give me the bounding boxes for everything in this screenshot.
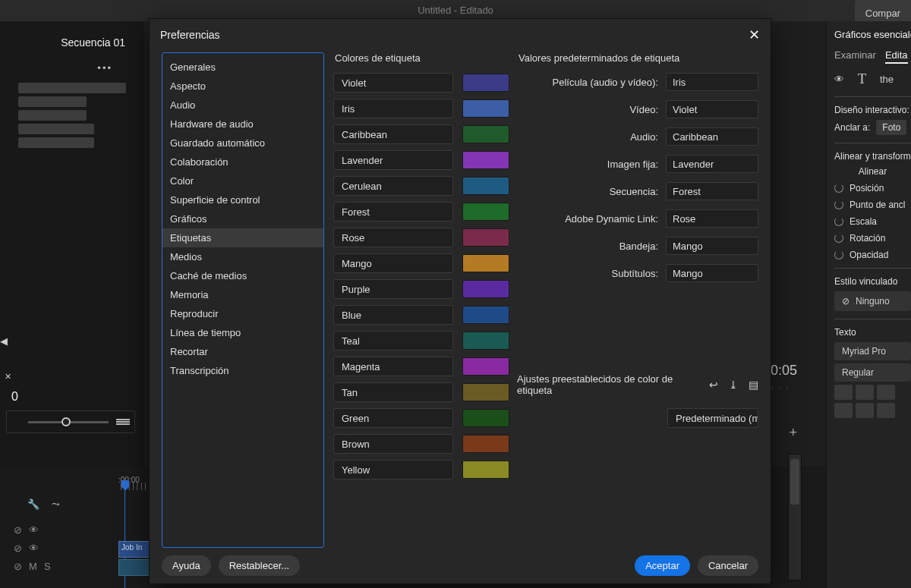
reset-icon[interactable] xyxy=(834,234,843,243)
category-item[interactable]: Gráficos xyxy=(162,209,323,228)
text-tool-icon[interactable]: T xyxy=(858,71,866,87)
eye-icon[interactable]: 👁 xyxy=(29,542,44,554)
category-item[interactable]: Medios xyxy=(162,247,323,266)
color-swatch[interactable] xyxy=(462,228,509,247)
style-select[interactable]: ⊘Ninguno xyxy=(834,291,911,311)
category-item[interactable]: Etiquetas xyxy=(162,228,323,247)
category-item[interactable]: Reproducir xyxy=(162,304,323,323)
color-swatch[interactable] xyxy=(462,461,509,479)
category-item[interactable]: Aspecto xyxy=(162,77,323,96)
eye-icon[interactable]: 👁 xyxy=(29,524,44,536)
anchor-to-select[interactable]: Foto xyxy=(876,120,906,135)
color-name-input[interactable]: Green xyxy=(333,408,453,428)
prop-rotation[interactable]: Rotación xyxy=(850,233,885,244)
close-icon[interactable]: ✕ xyxy=(749,27,760,43)
default-value-select[interactable]: Violet xyxy=(666,100,758,118)
category-item[interactable]: Audio xyxy=(162,96,323,115)
track-toggle-icon[interactable]: ⊘ xyxy=(14,542,29,554)
color-name-input[interactable]: Purple xyxy=(333,279,453,299)
prop-opacity[interactable]: Opacidad xyxy=(850,250,888,260)
undo-icon[interactable]: ↩ xyxy=(709,379,718,391)
reset-icon[interactable] xyxy=(834,200,843,209)
help-button[interactable]: Ayuda xyxy=(162,555,211,576)
default-value-select[interactable]: Rose xyxy=(666,209,758,228)
color-name-input[interactable]: Teal xyxy=(333,331,453,351)
color-name-input[interactable]: Magenta xyxy=(333,357,453,376)
color-name-input[interactable]: Forest xyxy=(333,202,453,222)
color-swatch[interactable] xyxy=(462,332,509,350)
color-name-input[interactable]: Brown xyxy=(333,434,453,454)
track-toggle-icon[interactable]: ⊘ xyxy=(14,524,29,536)
default-value-select[interactable]: Lavender xyxy=(666,155,758,173)
cancel-button[interactable]: Cancelar xyxy=(698,555,758,576)
color-name-input[interactable]: Mango xyxy=(333,253,453,273)
layer-name[interactable]: the xyxy=(880,74,894,85)
reset-icon[interactable] xyxy=(834,217,843,226)
mute-icon[interactable]: M xyxy=(29,561,44,572)
text-align-buttons[interactable] xyxy=(834,385,911,400)
reset-icon[interactable] xyxy=(834,250,843,259)
reset-button[interactable]: Restablecer... xyxy=(219,555,301,576)
leading-icon[interactable] xyxy=(877,403,895,418)
color-swatch[interactable] xyxy=(462,306,509,324)
font-weight-select[interactable]: Regular xyxy=(834,363,911,382)
close-tab-icon[interactable]: ✕ xyxy=(5,372,11,382)
category-item[interactable]: Transcripción xyxy=(162,361,323,380)
audio-clip[interactable] xyxy=(118,559,150,576)
align-center-icon[interactable] xyxy=(856,385,874,400)
tab-edit[interactable]: Edita xyxy=(885,49,908,64)
zoom-slider[interactable] xyxy=(6,410,135,433)
category-item[interactable]: Caché de medios xyxy=(162,266,323,285)
color-name-input[interactable]: Iris xyxy=(333,99,453,118)
tracking-icon[interactable] xyxy=(856,403,874,418)
save-preset-icon[interactable]: ▤ xyxy=(749,379,758,391)
sequence-title[interactable]: Secuencia 01 xyxy=(0,21,144,56)
preferences-category-list[interactable]: GeneralesAspectoAudioHardware de audioGu… xyxy=(162,52,324,548)
color-name-input[interactable]: Cerulean xyxy=(333,176,453,196)
solo-icon[interactable]: S xyxy=(44,561,59,572)
color-swatch[interactable] xyxy=(462,254,509,272)
category-item[interactable]: Guardado automático xyxy=(162,134,323,153)
font-select[interactable]: Myriad Pro xyxy=(834,342,911,360)
color-name-input[interactable]: Violet xyxy=(333,73,453,93)
color-swatch[interactable] xyxy=(462,435,509,453)
kerning-icon[interactable] xyxy=(834,403,853,418)
color-name-input[interactable]: Lavender xyxy=(333,150,453,170)
color-name-input[interactable]: Caribbean xyxy=(333,124,453,144)
color-swatch[interactable] xyxy=(462,203,509,221)
color-swatch[interactable] xyxy=(462,177,509,195)
default-value-select[interactable]: Iris xyxy=(666,73,758,91)
tab-browse[interactable]: Examinar xyxy=(834,49,876,64)
color-swatch[interactable] xyxy=(462,74,509,92)
color-swatch[interactable] xyxy=(462,99,509,118)
track-toggle-icon[interactable]: ⊘ xyxy=(14,561,29,572)
align-right-icon[interactable] xyxy=(877,385,895,400)
prop-anchor[interactable]: Punto de ancl xyxy=(850,200,905,210)
default-value-select[interactable]: Caribbean xyxy=(666,127,758,146)
color-swatch[interactable] xyxy=(462,151,509,169)
color-swatch[interactable] xyxy=(462,383,509,401)
settings-icon[interactable] xyxy=(116,419,130,425)
timeline-scrollbar[interactable] xyxy=(788,454,802,580)
add-track-icon[interactable]: + xyxy=(789,425,797,441)
timeline-tool-icons[interactable]: 🔧 ⤳ xyxy=(27,498,65,510)
category-item[interactable]: Recortar xyxy=(162,342,323,361)
category-item[interactable]: Color xyxy=(162,171,323,190)
color-swatch[interactable] xyxy=(462,409,509,427)
category-item[interactable]: Generales xyxy=(162,58,323,77)
color-swatch[interactable] xyxy=(462,357,509,376)
color-name-input[interactable]: Rose xyxy=(333,228,453,247)
video-clip[interactable]: Job In xyxy=(118,541,150,558)
color-name-input[interactable]: Blue xyxy=(333,305,453,325)
text-options-row[interactable] xyxy=(834,403,911,418)
collapse-left-icon[interactable]: ◀ xyxy=(0,335,8,347)
category-item[interactable]: Colaboración xyxy=(162,153,323,171)
eye-icon[interactable]: 👁 xyxy=(834,74,844,85)
panel-menu-icon[interactable]: ••• xyxy=(0,56,144,80)
color-name-input[interactable]: Tan xyxy=(333,382,453,402)
color-swatch[interactable] xyxy=(462,280,509,298)
category-item[interactable]: Hardware de audio xyxy=(162,115,323,134)
default-value-select[interactable]: Forest xyxy=(666,182,758,200)
category-item[interactable]: Superficie de control xyxy=(162,190,323,209)
preset-select[interactable]: Predeterminado (mod xyxy=(667,408,758,428)
